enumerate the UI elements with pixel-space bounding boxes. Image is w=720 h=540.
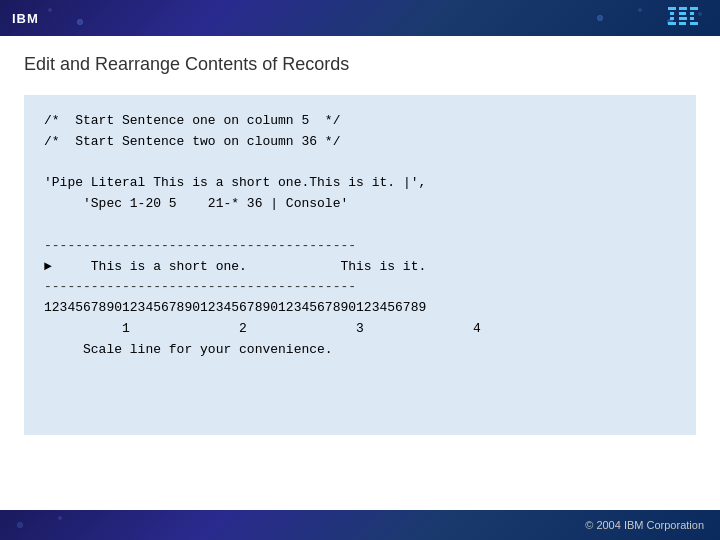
svg-rect-3 — [668, 22, 676, 25]
main-content: Edit and Rearrange Contents of Records /… — [0, 36, 720, 510]
svg-rect-4 — [679, 7, 687, 10]
copyright-text: © 2004 IBM Corporation — [585, 519, 704, 531]
svg-rect-6 — [679, 17, 687, 20]
separator-2: ---------------------------------------- — [44, 277, 676, 298]
code-line-3: 'Pipe Literal This is a short one.This i… — [44, 173, 676, 194]
header-ibm-text: IBM — [12, 11, 39, 26]
svg-rect-5 — [679, 12, 686, 15]
code-line-4: 'Spec 1-20 5 21-* 36 | Console' — [44, 194, 676, 215]
header-bar: IBM — [0, 0, 720, 36]
code-line-scale: Scale line for your convenience. — [44, 340, 676, 361]
ibm-logo-svg — [668, 7, 708, 29]
code-line-numbers: 1 2 3 4 — [44, 319, 676, 340]
svg-rect-1 — [670, 12, 674, 15]
svg-rect-10 — [690, 17, 694, 20]
svg-rect-7 — [679, 22, 686, 25]
code-line-2: /* Start Sentence two on cloumn 36 */ — [44, 132, 676, 153]
separator-1: ---------------------------------------- — [44, 236, 676, 257]
code-line-1: /* Start Sentence one on column 5 */ — [44, 111, 676, 132]
code-line-blank-2 — [44, 215, 676, 236]
ibm-logo-icon — [668, 7, 708, 29]
code-display-area: /* Start Sentence one on column 5 */ /* … — [24, 95, 696, 435]
svg-rect-0 — [668, 7, 676, 10]
svg-rect-8 — [690, 7, 698, 10]
code-line-ruler: 1234567890123456789012345678901234567890… — [44, 298, 676, 319]
page-container: IBM Edit and Rearrange — [0, 0, 720, 540]
code-line-blank-1 — [44, 153, 676, 174]
svg-rect-11 — [690, 22, 698, 25]
svg-rect-9 — [690, 12, 694, 15]
svg-rect-2 — [670, 17, 674, 20]
code-line-arrow: ► This is a short one. This is it. — [44, 257, 676, 278]
footer-bar: © 2004 IBM Corporation — [0, 510, 720, 540]
page-title: Edit and Rearrange Contents of Records — [24, 54, 696, 75]
